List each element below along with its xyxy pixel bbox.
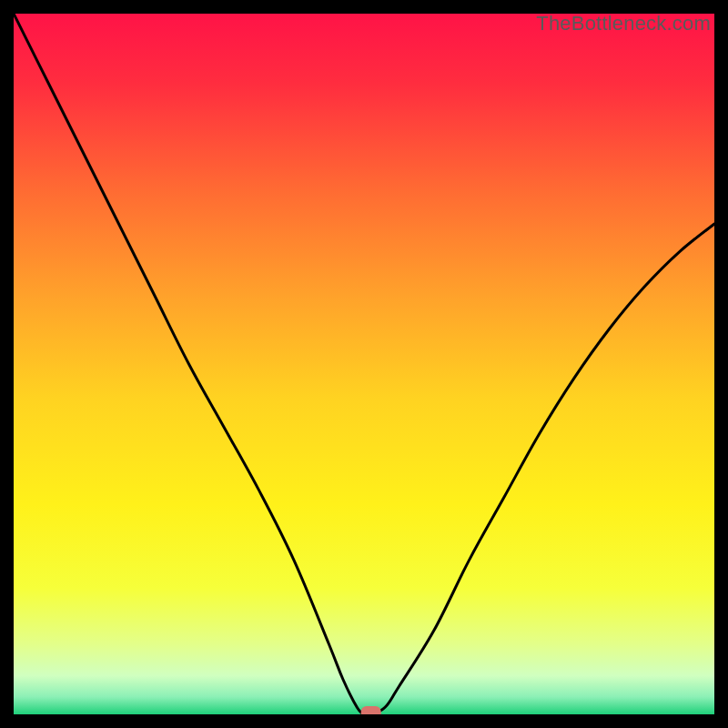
- chart-frame: TheBottleneck.com: [14, 14, 714, 714]
- watermark-text: TheBottleneck.com: [536, 12, 711, 35]
- optimal-marker: [361, 706, 381, 714]
- chart-background: [14, 14, 714, 714]
- bottleneck-chart: [14, 14, 714, 714]
